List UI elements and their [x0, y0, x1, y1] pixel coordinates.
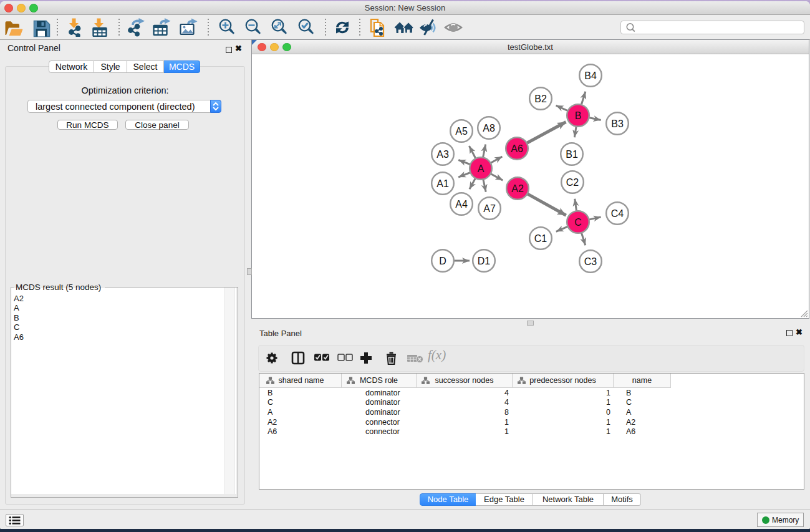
svg-text:D: D [439, 255, 446, 266]
svg-text:A8: A8 [483, 122, 495, 133]
svg-text:A4: A4 [455, 198, 468, 209]
svg-text:C3: C3 [584, 256, 597, 266]
svg-text:C4: C4 [611, 208, 624, 218]
svg-text:C: C [574, 216, 582, 227]
svg-text:A6: A6 [511, 143, 523, 153]
svg-text:B2: B2 [534, 93, 547, 104]
svg-text:A1: A1 [436, 178, 449, 188]
svg-text:A7: A7 [483, 203, 496, 213]
svg-text:A5: A5 [455, 125, 468, 136]
svg-text:A2: A2 [511, 183, 524, 193]
svg-text:B1: B1 [566, 148, 578, 159]
svg-text:B4: B4 [584, 70, 597, 80]
svg-text:A3: A3 [436, 148, 449, 159]
svg-text:D1: D1 [478, 255, 491, 266]
svg-text:C2: C2 [566, 177, 579, 187]
svg-text:B: B [575, 110, 582, 120]
svg-text:C1: C1 [534, 233, 547, 243]
svg-text:B3: B3 [611, 118, 624, 128]
svg-text:A: A [478, 163, 485, 173]
